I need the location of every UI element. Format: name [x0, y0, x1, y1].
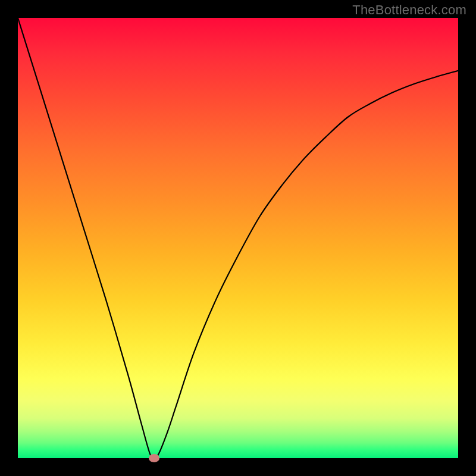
- minimum-marker: [149, 454, 159, 462]
- chart-frame: TheBottleneck.com: [0, 0, 476, 476]
- curve-svg: [18, 18, 458, 458]
- watermark-text: TheBottleneck.com: [352, 2, 466, 18]
- bottleneck-curve: [18, 18, 458, 458]
- plot-area: [18, 18, 458, 458]
